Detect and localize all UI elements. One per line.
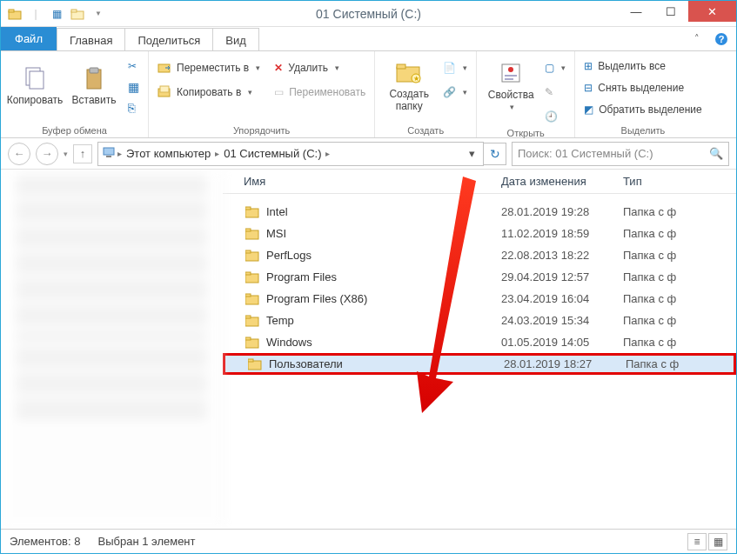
select-all-button[interactable]: ⊞Выделить все [580,57,706,76]
file-name: Program Files [266,270,501,283]
table-row[interactable]: Program Files (X86)23.04.2019 16:04Папка… [223,288,736,310]
move-to-button[interactable]: Переместить в▾ [154,58,264,77]
help-icon[interactable]: ? [712,30,731,49]
column-headers[interactable]: Имя Дата изменения Тип [223,170,736,194]
table-row[interactable]: Program Files29.04.2019 12:57Папка с ф [223,266,736,288]
svg-rect-28 [245,250,251,253]
new-folder-icon[interactable] [69,5,86,23]
search-input[interactable]: Поиск: 01 Системный (С:) 🔍 [512,142,729,166]
edit-button[interactable]: ✎ [541,83,569,102]
search-icon[interactable]: 🔍 [709,147,723,160]
ribbon-tabs: Файл Главная Поделиться Вид ˄ ? [1,27,736,51]
properties-dd: ▾ [510,103,514,111]
copy-path-button[interactable]: ▦ [124,77,143,97]
invert-selection-button[interactable]: ◩Обратить выделение [580,100,706,119]
ribbon-collapse-icon[interactable]: ˄ [687,30,707,49]
back-button[interactable]: ← [8,143,30,165]
svg-rect-14 [397,64,405,69]
easy-access-button[interactable]: 🔗▾ [439,83,471,102]
tab-view[interactable]: Вид [213,28,259,51]
crumb-drive[interactable]: 01 Системный (С:) [221,147,324,160]
properties-icon[interactable]: ▦ [48,5,65,23]
maximize-button[interactable]: ☐ [653,1,688,22]
cut-button[interactable]: ✂ [124,57,143,76]
easy-access-icon: 🔗 [443,86,456,98]
table-row[interactable]: PerfLogs22.08.2013 18:22Папка с ф [223,244,736,266]
svg-rect-19 [505,75,517,77]
svg-rect-24 [245,207,251,210]
copy-to-icon [157,85,171,100]
history-button[interactable]: 🕘 [541,107,569,126]
refresh-button[interactable]: ↻ [484,143,506,165]
file-date: 01.05.2019 14:05 [501,336,623,349]
close-button[interactable]: ✕ [688,1,736,22]
open-button[interactable]: ▢▾ [541,58,569,77]
rename-button[interactable]: ▭ Переименовать [271,83,369,102]
file-list[interactable]: Intel28.01.2019 19:28Папка с фMSI11.02.2… [223,194,736,529]
select-none-button[interactable]: ⊟Снять выделение [580,78,706,97]
table-row[interactable]: Пользователи28.01.2019 18:27Папка с ф [223,353,736,375]
group-clipboard: Копировать Вставить ✂ ▦ ⎘ Буфер обмена [1,51,149,137]
paste-shortcut-button[interactable]: ⎘ [124,98,143,117]
paste-label: Вставить [72,94,117,106]
delete-button[interactable]: ✕ Удалить▾ [271,58,369,77]
minimize-button[interactable]: — [619,1,653,22]
file-type: Папка с ф [623,314,736,327]
qat-icon[interactable] [6,5,23,23]
file-type: Папка с ф [623,205,736,218]
table-row[interactable]: Temp24.03.2019 15:34Папка с ф [223,310,736,331]
column-name[interactable]: Имя [223,175,501,188]
properties-icon-large [497,59,525,87]
breadcrumb[interactable]: ▸ Этот компьютер ▸ 01 Системный (С:) ▸ ▾ [97,142,484,166]
column-type[interactable]: Тип [623,175,736,188]
navigation-pane[interactable] [1,170,223,529]
select-none-label: Снять выделение [598,82,684,94]
copy-button[interactable]: Копировать [6,53,64,117]
chevron-right-icon[interactable]: ▸ [215,149,219,158]
folder-icon [244,336,261,350]
copy-to-button[interactable]: Копировать в▾ [154,83,264,102]
view-icons-button[interactable]: ▦ [708,533,727,550]
copy-icon [21,64,49,92]
file-name: Temp [266,314,501,327]
column-date[interactable]: Дата изменения [501,175,623,188]
move-icon [157,61,171,76]
svg-rect-3 [71,10,77,12]
folder-icon [244,270,261,284]
folder-star-icon: ★ [395,58,423,86]
tab-share[interactable]: Поделиться [125,28,213,51]
recent-dropdown-icon[interactable]: ▾ [64,150,68,158]
invert-label: Обратить выделение [599,103,702,116]
file-pane: Имя Дата изменения Тип Intel28.01.2019 1… [223,170,736,529]
properties-button[interactable]: Свойства ▾ [482,53,539,117]
svg-text:★: ★ [413,75,419,83]
new-folder-button[interactable]: ★ Создать папку [380,53,438,117]
qat-dropdown-icon[interactable]: ▼ [90,5,107,23]
crumb-this-pc[interactable]: Этот компьютер [124,147,213,160]
content-area: Имя Дата изменения Тип Intel28.01.2019 1… [1,170,736,529]
table-row[interactable]: Windows01.05.2019 14:05Папка с ф [223,331,736,353]
paste-icon [80,64,108,92]
forward-button[interactable]: → [36,143,58,165]
titlebar: | ▦ ▼ 01 Системный (С:) — ☐ ✕ [1,1,736,27]
table-row[interactable]: Intel28.01.2019 19:28Папка с ф [223,201,736,223]
breadcrumb-dropdown-icon[interactable]: ▾ [464,147,479,160]
svg-point-18 [508,67,513,72]
new-item-icon: 📄 [443,62,456,74]
rename-icon: ▭ [274,86,284,98]
new-item-button[interactable]: 📄▾ [439,58,471,77]
up-button[interactable]: ↑ [73,144,92,163]
paste-button[interactable]: Вставить [65,53,123,117]
folder-icon [244,227,261,241]
file-date: 28.01.2019 18:27 [504,357,626,370]
file-name: Intel [266,205,501,218]
delete-label: Удалить [288,62,328,74]
chevron-right-icon[interactable]: ▸ [117,149,122,158]
chevron-right-icon[interactable]: ▸ [325,149,330,158]
group-label-organize: Упорядочить [154,123,369,137]
view-details-button[interactable]: ≡ [687,533,707,550]
delete-icon: ✕ [274,62,283,74]
table-row[interactable]: MSI11.02.2019 18:59Папка с ф [223,223,736,244]
tab-main[interactable]: Главная [57,28,125,51]
tab-file[interactable]: Файл [1,27,57,50]
